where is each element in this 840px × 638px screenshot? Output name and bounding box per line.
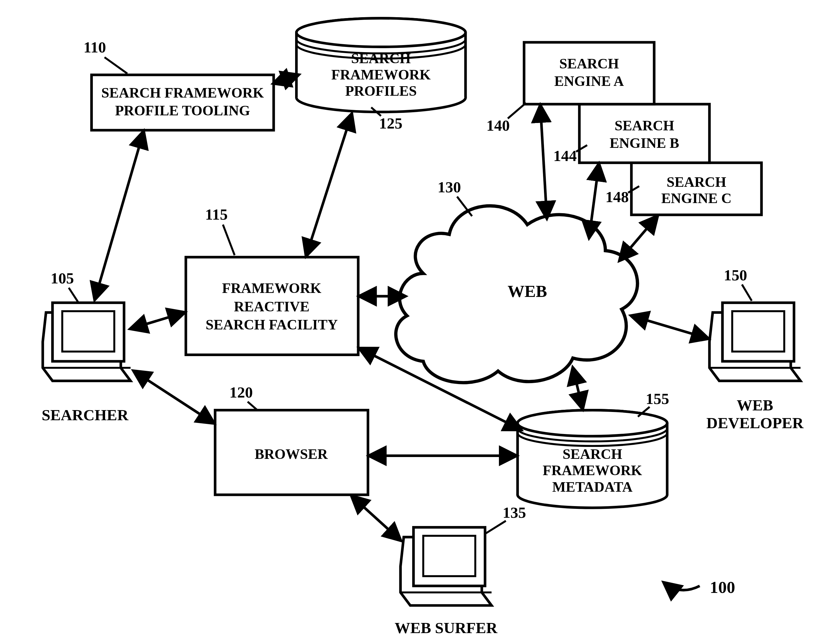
metadata-label-2: FRAMEWORK [543,462,642,478]
edge-web-engine-c [620,216,657,260]
engine-c-label-1: SEARCH [666,174,726,190]
diagram-canvas: SEARCH FRAMEWORK PROFILE TOOLING 110 SEA… [0,0,840,638]
svg-line-35 [742,285,752,301]
ref-100: 100 [710,578,735,597]
svg-rect-28 [62,311,114,352]
web-surfer-caption: WEB SURFER [395,619,498,636]
ref-148: 148 [605,188,628,206]
profiles-label-3: PROFILES [345,83,417,99]
web-label: WEB [507,282,547,301]
edge-web-engine-a [540,106,547,218]
ref-115: 115 [205,206,228,223]
profiles-label-1: SEARCH [351,50,411,66]
reactive-label-3: SEARCH FACILITY [206,317,338,332]
profile-tooling-label-1: SEARCH FRAMEWORK [101,85,264,101]
developer-caption-1: WEB [737,397,773,414]
svg-rect-34 [732,311,784,352]
svg-line-32 [485,521,506,534]
ref-140: 140 [486,117,510,134]
svg-point-7 [296,18,466,47]
reactive-label-1: FRAMEWORK [222,280,321,296]
metadata-label-1: SEARCH [563,446,622,462]
svg-point-25 [518,410,667,436]
profiles-label-2: FRAMEWORK [331,66,431,82]
ref-155: 155 [646,390,669,407]
engine-c-label-2: ENGINE C [662,190,732,206]
svg-line-1 [104,57,127,74]
node-web-cloud: WEB 130 [396,179,638,383]
developer-caption-2: DEVELOPER [706,415,804,432]
browser-label: BROWSER [255,446,328,462]
node-profile-tooling: SEARCH FRAMEWORK PROFILE TOOLING 110 [84,39,273,130]
engine-b-label-2: ENGINE B [609,135,679,151]
node-metadata-db: SEARCH FRAMEWORK METADATA 155 [518,390,669,508]
ref-150: 150 [724,266,747,284]
svg-rect-11 [579,104,709,163]
edge-searcher-browser [134,371,214,423]
svg-rect-31 [423,536,475,576]
engine-a-label-2: ENGINE A [554,73,624,89]
svg-line-14 [508,103,526,119]
node-web-surfer: WEB SURFER 135 [395,504,526,636]
engine-b-label-1: SEARCH [614,117,674,133]
profile-tooling-label-2: PROFILE TOOLING [115,103,250,119]
edge-tooling-searcher [95,131,144,300]
ref-135: 135 [502,504,526,521]
node-engine-b: SEARCH ENGINE B 144 [553,104,709,165]
edge-tooling-profiles [274,75,298,84]
svg-line-17 [223,225,234,255]
node-reactive-facility: FRAMEWORK REACTIVE SEARCH FACILITY 115 [186,206,358,355]
reactive-label-2: REACTIVE [234,298,309,314]
ref-144: 144 [553,147,577,165]
node-web-developer: WEB DEVELOPER 150 [706,266,804,432]
engine-a-label-1: SEARCH [559,55,619,71]
ref-130: 130 [437,179,461,196]
edge-profiles-facility [306,114,352,256]
metadata-label-3: METADATA [552,479,633,495]
edge-web-metadata [573,368,583,409]
svg-line-29 [69,288,79,303]
ref-125: 125 [379,115,403,132]
node-profiles-db: SEARCH FRAMEWORK PROFILES 125 [296,18,466,132]
ref-120: 120 [229,384,253,401]
edge-browser-surfer [352,496,401,540]
node-searcher: SEARCHER 105 [42,270,131,424]
node-engine-c: SEARCH ENGINE C 148 [605,163,761,215]
node-browser: BROWSER 120 [215,384,368,495]
ref-110: 110 [84,39,106,56]
edge-web-developer [631,316,708,338]
edge-searcher-facility [131,313,185,329]
figure-ref: 100 [664,578,735,597]
searcher-caption: SEARCHER [42,407,129,424]
ref-105: 105 [51,270,74,287]
